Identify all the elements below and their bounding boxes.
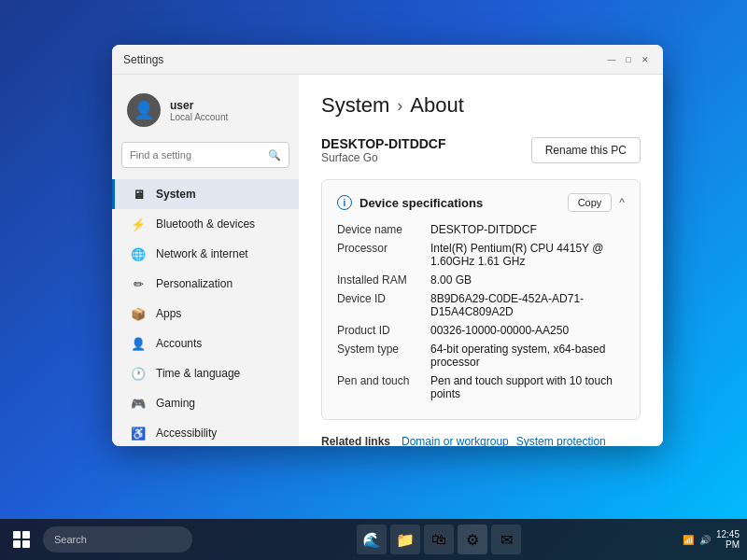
spec-row-processor: Processor Intel(R) Pentium(R) CPU 4415Y … [337, 242, 625, 268]
about-title: About [410, 93, 464, 118]
taskbar-apps: 🌊 📁 🛍 ⚙ ✉ [196, 525, 683, 554]
taskbar-wifi-icon: 📶 [683, 535, 694, 545]
taskbar-app-explorer[interactable]: 📁 [390, 525, 420, 554]
user-name: user [170, 99, 228, 112]
taskbar-search-box[interactable]: Search [43, 526, 192, 553]
sidebar-item-network[interactable]: 🌐 Network & internet [112, 239, 299, 269]
time-icon: 🕐 [130, 365, 147, 382]
spec-row-pen-touch: Pen and touch Pen and touch support with… [337, 374, 625, 400]
spec-value-pen-touch: Pen and touch support with 10 touch poin… [430, 374, 625, 400]
related-links-label: Related links [321, 435, 390, 446]
pc-name-info: DESKTOP-DITDDCF Surface Go [321, 136, 446, 164]
avatar: 👤 [127, 93, 161, 127]
info-icon: i [337, 195, 352, 210]
spec-row-ram: Installed RAM 8.00 GB [337, 273, 625, 287]
taskbar-time: 12:45 [716, 529, 740, 539]
spec-value-system-type: 64-bit operating system, x64-based proce… [430, 343, 625, 369]
copy-button[interactable]: Copy [568, 193, 613, 212]
settings-sidebar: 👤 user Local Account 🔍 🖥 System ⚡ Blueto… [112, 75, 299, 446]
user-section: 👤 user Local Account [112, 86, 299, 142]
sidebar-item-apps[interactable]: 📦 Apps [112, 299, 299, 329]
spec-value-product-id: 00326-10000-00000-AA250 [430, 324, 625, 337]
related-links-section: Related links Domain or workgroup System… [321, 435, 641, 446]
expand-specs-button[interactable]: ^ [619, 196, 625, 209]
taskbar: Search 🌊 📁 🛍 ⚙ ✉ 📶 🔊 12:45 PM [0, 519, 747, 560]
user-avatar-icon: 👤 [134, 100, 154, 120]
spec-row-device-name: Device name DESKTOP-DITDDCF [337, 223, 625, 236]
spec-value-device-name: DESKTOP-DITDDCF [430, 223, 625, 236]
spec-row-device-id: Device ID 8B9D6A29-C0DE-452A-AD71-D15A4C… [337, 292, 625, 318]
spec-row-system-type: System type 64-bit operating system, x64… [337, 343, 625, 369]
specs-section: i Device specifications Copy ^ Device na… [321, 179, 641, 420]
sidebar-item-bluetooth[interactable]: ⚡ Bluetooth & devices [112, 209, 299, 239]
system-protection-link[interactable]: System protection [516, 435, 606, 446]
spec-label-product-id: Product ID [337, 324, 430, 337]
network-icon: 🌐 [130, 245, 147, 262]
sidebar-item-accessibility[interactable]: ♿ Accessibility [112, 418, 299, 446]
taskbar-app-store[interactable]: 🛍 [424, 525, 454, 554]
accessibility-icon: ♿ [130, 425, 147, 441]
spec-label-system-type: System type [337, 343, 430, 369]
spec-value-device-id: 8B9D6A29-C0DE-452A-AD71-D15A4C809A2D [430, 292, 625, 318]
bluetooth-icon: ⚡ [130, 216, 147, 232]
spec-label-ram: Installed RAM [337, 273, 430, 287]
spec-value-ram: 8.00 GB [430, 273, 625, 287]
close-button[interactable]: ✕ [639, 53, 652, 66]
spec-label-device-name: Device name [337, 223, 430, 236]
title-bar-left: Settings [123, 53, 163, 66]
window-body: 👤 user Local Account 🔍 🖥 System ⚡ Blueto… [112, 75, 663, 446]
taskbar-clock: 12:45 PM [716, 529, 740, 550]
rename-pc-button[interactable]: Rename this PC [531, 137, 641, 163]
settings-title-bar: Settings — □ ✕ [112, 45, 663, 75]
domain-workgroup-link[interactable]: Domain or workgroup [402, 435, 509, 446]
taskbar-date: PM [716, 539, 740, 550]
accounts-icon: 👤 [130, 335, 147, 352]
taskbar-system-tray: 📶 🔊 12:45 PM [683, 529, 740, 550]
title-bar-controls: — □ ✕ [605, 53, 652, 66]
taskbar-app-settings[interactable]: ⚙ [458, 525, 487, 554]
pc-name: DESKTOP-DITDDCF [321, 136, 446, 151]
minimize-button[interactable]: — [605, 53, 618, 66]
page-header: System › About [321, 93, 641, 118]
taskbar-app-edge[interactable]: 🌊 [357, 525, 387, 554]
breadcrumb-separator: › [397, 96, 402, 116]
specs-title-row: i Device specifications [337, 195, 483, 210]
pc-name-section: DESKTOP-DITDDCF Surface Go Rename this P… [321, 136, 641, 164]
maximize-button[interactable]: □ [622, 53, 635, 66]
settings-window: Settings — □ ✕ 👤 user Local Account [112, 45, 663, 446]
spec-value-processor: Intel(R) Pentium(R) CPU 4415Y @ 1.60GHz … [430, 242, 625, 268]
spec-label-pen-touch: Pen and touch [337, 374, 430, 400]
spec-label-processor: Processor [337, 242, 430, 268]
user-info: user Local Account [170, 99, 228, 122]
system-breadcrumb: System [321, 93, 389, 118]
settings-search-box[interactable]: 🔍 [121, 142, 289, 168]
taskbar-volume-icon: 🔊 [699, 535, 711, 545]
taskbar-search-label: Search [54, 534, 87, 545]
sidebar-item-personalization[interactable]: ✏ Personalization [112, 269, 299, 299]
search-icon: 🔍 [268, 149, 281, 161]
sidebar-item-system[interactable]: 🖥 System [112, 179, 299, 209]
sidebar-item-time[interactable]: 🕐 Time & language [112, 358, 299, 388]
spec-label-device-id: Device ID [337, 292, 430, 318]
sidebar-item-gaming[interactable]: 🎮 Gaming [112, 388, 299, 418]
system-icon: 🖥 [130, 186, 147, 203]
settings-window-title: Settings [123, 53, 163, 66]
pc-model: Surface Go [321, 151, 446, 164]
taskbar-app-mail[interactable]: ✉ [491, 525, 521, 554]
windows-logo-icon [13, 531, 30, 548]
specs-title: Device specifications [359, 196, 483, 210]
start-button[interactable] [7, 525, 35, 553]
main-content: System › About DESKTOP-DITDDCF Surface G… [299, 75, 663, 446]
sidebar-item-accounts[interactable]: 👤 Accounts [112, 329, 299, 358]
user-type: Local Account [170, 112, 228, 122]
specs-header: i Device specifications Copy ^ [337, 193, 625, 212]
specs-actions: Copy ^ [568, 193, 625, 212]
apps-icon: 📦 [130, 305, 147, 322]
gaming-icon: 🎮 [130, 395, 147, 412]
personalization-icon: ✏ [130, 275, 147, 292]
spec-row-product-id: Product ID 00326-10000-00000-AA250 [337, 324, 625, 337]
settings-search-input[interactable] [130, 149, 268, 161]
